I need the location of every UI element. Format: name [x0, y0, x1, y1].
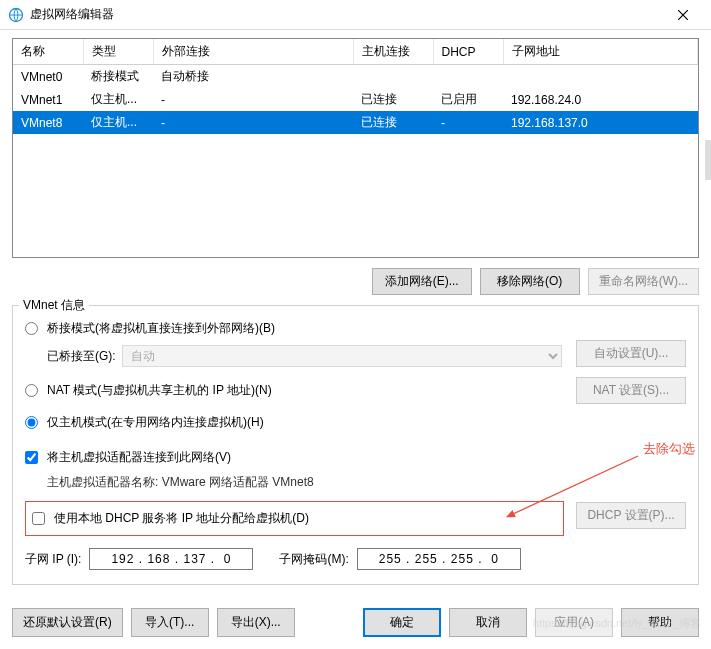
col-host[interactable]: 主机连接: [353, 39, 433, 65]
table-cell: -: [433, 111, 503, 134]
dhcp-annotation-box: 使用本地 DHCP 服务将 IP 地址分配给虚拟机(D): [25, 501, 564, 536]
subnet-mask-input[interactable]: [357, 548, 521, 570]
table-cell: 桥接模式: [83, 65, 153, 89]
remove-network-button[interactable]: 移除网络(O): [480, 268, 580, 295]
nat-label: NAT 模式(与虚拟机共享主机的 IP 地址)(N): [47, 382, 272, 399]
hostonly-radio[interactable]: [25, 416, 38, 429]
subnet-ip-input[interactable]: [89, 548, 253, 570]
network-table[interactable]: 名称 类型 外部连接 主机连接 DHCP 子网地址 VMnet0桥接模式自动桥接…: [12, 38, 699, 258]
fieldset-title: VMnet 信息: [19, 297, 89, 314]
add-network-button[interactable]: 添加网络(E)...: [372, 268, 472, 295]
subnet-ip-label: 子网 IP (I):: [25, 551, 81, 568]
vmnet-info-fieldset: VMnet 信息 桥接模式(将虚拟机直接连接到外部网络)(B) 已桥接至(G):…: [12, 305, 699, 585]
col-dhcp[interactable]: DHCP: [433, 39, 503, 65]
ok-button[interactable]: 确定: [363, 608, 441, 637]
table-cell: [503, 65, 698, 89]
dhcp-row[interactable]: 使用本地 DHCP 服务将 IP 地址分配给虚拟机(D): [32, 506, 557, 531]
table-row[interactable]: VMnet8仅主机...-已连接-192.168.137.0: [13, 111, 698, 134]
hostonly-radio-row[interactable]: 仅主机模式(在专用网络内连接虚拟机)(H): [25, 410, 686, 435]
dhcp-checkbox[interactable]: [32, 512, 45, 525]
table-cell: VMnet8: [13, 111, 83, 134]
table-cell: VMnet1: [13, 88, 83, 111]
table-cell: 已连接: [353, 88, 433, 111]
restore-button[interactable]: 还原默认设置(R): [12, 608, 123, 637]
close-icon: [678, 10, 688, 20]
col-subnet[interactable]: 子网地址: [503, 39, 698, 65]
table-row[interactable]: VMnet1仅主机...-已连接已启用192.168.24.0: [13, 88, 698, 111]
hostonly-label: 仅主机模式(在专用网络内连接虚拟机)(H): [47, 414, 264, 431]
table-cell: 已连接: [353, 111, 433, 134]
help-button[interactable]: 帮助: [621, 608, 699, 637]
table-cell: 自动桥接: [153, 65, 353, 89]
table-row[interactable]: VMnet0桥接模式自动桥接: [13, 65, 698, 89]
table-cell: VMnet0: [13, 65, 83, 89]
connect-host-label: 将主机虚拟适配器连接到此网络(V): [47, 449, 231, 466]
app-icon: [8, 7, 24, 23]
bridged-radio[interactable]: [25, 322, 38, 335]
cancel-button[interactable]: 取消: [449, 608, 527, 637]
nat-radio-row[interactable]: NAT 模式(与虚拟机共享主机的 IP 地址)(N): [25, 378, 576, 403]
table-cell: 192.168.24.0: [503, 88, 698, 111]
window-title: 虚拟网络编辑器: [30, 6, 663, 23]
import-button[interactable]: 导入(T)...: [131, 608, 209, 637]
connect-host-checkbox[interactable]: [25, 451, 38, 464]
table-cell: 192.168.137.0: [503, 111, 698, 134]
table-cell: -: [153, 111, 353, 134]
dhcp-label: 使用本地 DHCP 服务将 IP 地址分配给虚拟机(D): [54, 510, 309, 527]
titlebar: 虚拟网络编辑器: [0, 0, 711, 30]
col-ext[interactable]: 外部连接: [153, 39, 353, 65]
table-cell: 仅主机...: [83, 88, 153, 111]
table-cell: [433, 65, 503, 89]
auto-settings-button: 自动设置(U)...: [576, 340, 686, 367]
table-cell: [353, 65, 433, 89]
table-cell: -: [153, 88, 353, 111]
dhcp-settings-button: DHCP 设置(P)...: [576, 502, 686, 529]
col-name[interactable]: 名称: [13, 39, 83, 65]
close-button[interactable]: [663, 1, 703, 29]
bridged-select: 自动: [122, 345, 562, 367]
bridged-label: 桥接模式(将虚拟机直接连接到外部网络)(B): [47, 320, 275, 337]
table-cell: 已启用: [433, 88, 503, 111]
bottom-bar: 还原默认设置(R) 导入(T)... 导出(X)... 确定 取消 应用(A) …: [12, 608, 699, 637]
connect-host-row[interactable]: 将主机虚拟适配器连接到此网络(V): [25, 445, 686, 470]
col-type[interactable]: 类型: [83, 39, 153, 65]
nat-radio[interactable]: [25, 384, 38, 397]
rename-network-button: 重命名网络(W)...: [588, 268, 699, 295]
apply-button: 应用(A): [535, 608, 613, 637]
subnet-mask-label: 子网掩码(M):: [279, 551, 348, 568]
table-cell: 仅主机...: [83, 111, 153, 134]
export-button[interactable]: 导出(X)...: [217, 608, 295, 637]
side-handle: [705, 140, 711, 180]
bridged-to-label: 已桥接至(G):: [47, 348, 116, 365]
bridged-radio-row[interactable]: 桥接模式(将虚拟机直接连接到外部网络)(B): [25, 316, 576, 341]
nat-settings-button: NAT 设置(S)...: [576, 377, 686, 404]
adapter-name-label: 主机虚拟适配器名称: VMware 网络适配器 VMnet8: [47, 474, 314, 491]
